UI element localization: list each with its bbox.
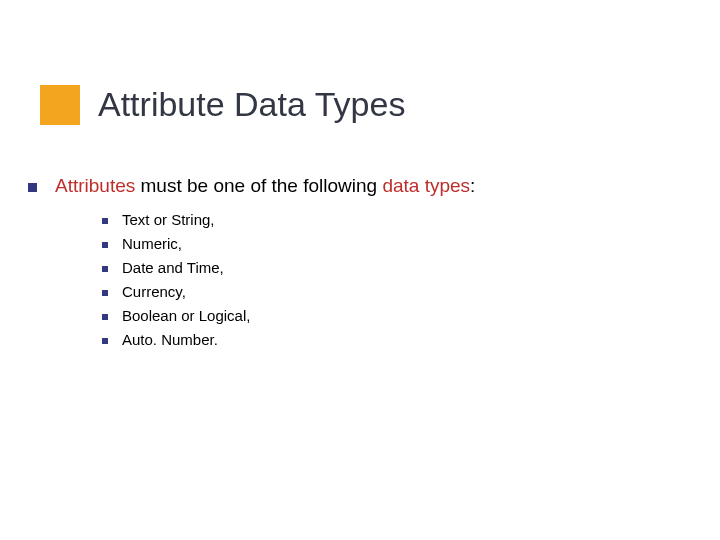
sub-text: Numeric, — [122, 235, 182, 252]
bullet-icon — [28, 183, 37, 192]
main-text: Attributes must be one of the following … — [55, 175, 475, 197]
list-item: Auto. Number. — [102, 331, 475, 348]
list-item: Date and Time, — [102, 259, 475, 276]
content-area: Attributes must be one of the following … — [28, 175, 475, 355]
bullet-icon — [102, 266, 108, 272]
highlight-term: data types — [382, 175, 470, 196]
list-item: Currency, — [102, 283, 475, 300]
list-item: Numeric, — [102, 235, 475, 252]
sub-list: Text or String, Numeric, Date and Time, … — [102, 211, 475, 348]
bullet-icon — [102, 242, 108, 248]
accent-block — [40, 85, 80, 125]
main-bullet-item: Attributes must be one of the following … — [28, 175, 475, 197]
sub-text: Currency, — [122, 283, 186, 300]
main-mid: must be one of the following — [135, 175, 382, 196]
list-item: Boolean or Logical, — [102, 307, 475, 324]
bullet-icon — [102, 218, 108, 224]
sub-text: Date and Time, — [122, 259, 224, 276]
slide-title: Attribute Data Types — [98, 85, 405, 124]
highlight-prefix: Attributes — [55, 175, 135, 196]
bullet-icon — [102, 290, 108, 296]
main-suffix: : — [470, 175, 475, 196]
bullet-icon — [102, 314, 108, 320]
sub-text: Auto. Number. — [122, 331, 218, 348]
list-item: Text or String, — [102, 211, 475, 228]
sub-text: Text or String, — [122, 211, 215, 228]
sub-text: Boolean or Logical, — [122, 307, 250, 324]
bullet-icon — [102, 338, 108, 344]
